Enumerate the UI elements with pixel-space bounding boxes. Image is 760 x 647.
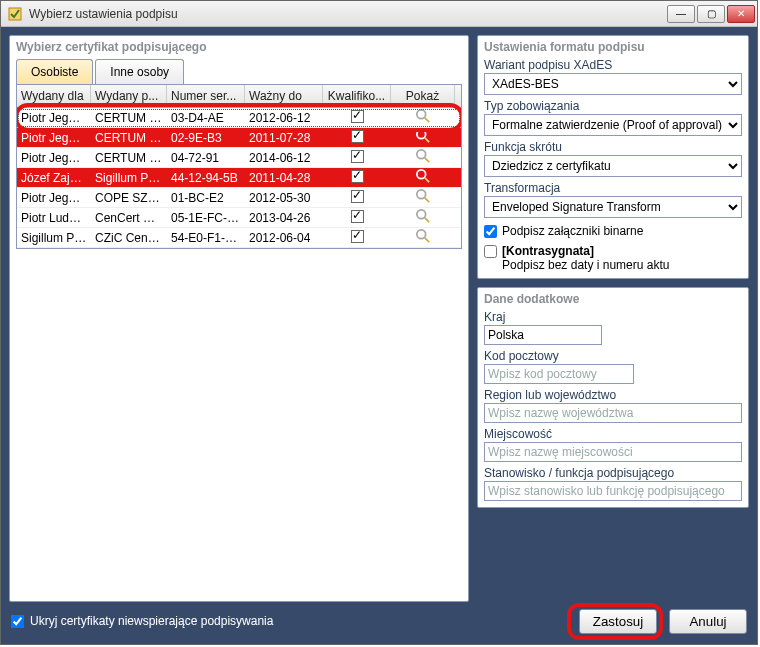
apply-highlight: Zastosuj (567, 603, 663, 640)
sign-binary-label: Podpisz załączniki binarne (502, 224, 643, 238)
col-show[interactable]: Pokaż (391, 85, 455, 107)
qualified-check-icon (351, 210, 364, 223)
dialog-window: Wybierz ustawienia podpisu — ▢ ✕ Wybierz… (0, 0, 758, 645)
footer: Ukryj certyfikaty niewspierające podpisy… (9, 602, 749, 636)
hide-unsupported-checkbox[interactable] (11, 615, 24, 628)
table-row[interactable]: Piotr Jegor...CERTUM QCA03-D4-AE2012-06-… (17, 108, 461, 128)
commitment-select[interactable]: Formalne zatwierdzenie (Proof of approva… (484, 114, 742, 136)
country-field[interactable] (484, 325, 602, 345)
postal-field[interactable] (484, 364, 634, 384)
svg-line-6 (425, 158, 429, 162)
maximize-button[interactable]: ▢ (697, 5, 725, 23)
certificate-tabs: Osobiste Inne osoby (16, 59, 462, 84)
postal-label: Kod pocztowy (484, 349, 742, 363)
minimize-button[interactable]: — (667, 5, 695, 23)
app-icon (7, 6, 23, 22)
countersign-desc: Podpisz bez daty i numeru aktu (502, 258, 669, 272)
sign-binary-checkbox[interactable] (484, 225, 497, 238)
additional-data-panel: Dane dodatkowe Kraj Kod pocztowy Region … (477, 287, 749, 508)
transform-label: Transformacja (484, 181, 742, 195)
tab-personal[interactable]: Osobiste (16, 59, 93, 84)
format-settings-panel: Ustawienia formatu podpisu Wariant podpi… (477, 35, 749, 279)
apply-button[interactable]: Zastosuj (579, 609, 657, 634)
svg-line-10 (425, 198, 429, 202)
city-label: Miejscowość (484, 427, 742, 441)
col-serial[interactable]: Numer ser... (167, 85, 245, 107)
table-header-row: Wydany dla Wydany p... Numer ser... Ważn… (17, 85, 461, 108)
position-label: Stanowisko / funkcja podpisującego (484, 466, 742, 480)
format-title: Ustawienia formatu podpisu (484, 40, 742, 54)
svg-point-3 (417, 130, 426, 139)
svg-point-1 (417, 110, 426, 119)
qualified-check-icon (351, 170, 364, 183)
position-field[interactable] (484, 481, 742, 501)
table-row[interactable]: Piotr JegorowCERTUM QCA02-9E-B32011-07-2… (17, 128, 461, 148)
magnifier-icon[interactable] (416, 189, 430, 203)
svg-point-7 (417, 170, 426, 179)
qualified-check-icon (351, 230, 364, 243)
qualified-check-icon (351, 150, 364, 163)
qualified-check-icon (351, 110, 364, 123)
magnifier-icon[interactable] (416, 209, 430, 223)
region-field[interactable] (484, 403, 742, 423)
titlebar: Wybierz ustawienia podpisu — ▢ ✕ (1, 1, 757, 27)
close-button[interactable]: ✕ (727, 5, 755, 23)
city-field[interactable] (484, 442, 742, 462)
certificate-panel: Wybierz certyfikat podpisującego Osobist… (9, 35, 469, 602)
additional-title: Dane dodatkowe (484, 292, 742, 306)
svg-point-13 (417, 230, 426, 239)
table-row[interactable]: Piotr JegorowCOPE SZAF...01-BC-E22012-05… (17, 188, 461, 208)
qualified-check-icon (351, 130, 364, 143)
col-issued-by[interactable]: Wydany p... (91, 85, 167, 107)
window-body: Wybierz certyfikat podpisującego Osobist… (1, 27, 757, 644)
variant-select[interactable]: XAdES-BES (484, 73, 742, 95)
svg-line-14 (425, 238, 429, 242)
magnifier-icon[interactable] (416, 169, 430, 183)
svg-point-11 (417, 210, 426, 219)
col-qualified[interactable]: Kwalifiko... (323, 85, 391, 107)
commitment-label: Typ zobowiązania (484, 99, 742, 113)
transform-select[interactable]: Enveloped Signature Transform (484, 196, 742, 218)
table-row[interactable]: Sigillum PC...CZiC Centr...54-E0-F1-B...… (17, 228, 461, 248)
table-row[interactable]: Józef Zajko...Sigillum PC...44-12-94-5B2… (17, 168, 461, 188)
svg-point-5 (417, 150, 426, 159)
svg-line-12 (425, 218, 429, 222)
magnifier-icon[interactable] (416, 149, 430, 163)
hash-select[interactable]: Dziedzicz z certyfikatu (484, 155, 742, 177)
magnifier-icon[interactable] (416, 229, 430, 243)
magnifier-icon[interactable] (416, 129, 430, 143)
country-label: Kraj (484, 310, 742, 324)
tab-others[interactable]: Inne osoby (95, 59, 184, 84)
certificate-panel-title: Wybierz certyfikat podpisującego (16, 40, 462, 54)
svg-line-4 (425, 138, 429, 142)
window-title: Wybierz ustawienia podpisu (29, 7, 665, 21)
svg-point-9 (417, 190, 426, 199)
table-row[interactable]: Piotr Ludom...CenCert Ce...05-1E-FC-C...… (17, 208, 461, 228)
cancel-button[interactable]: Anuluj (669, 609, 747, 634)
countersign-label: [Kontrasygnata] (502, 244, 594, 258)
svg-line-2 (425, 118, 429, 122)
variant-label: Wariant podpisu XAdES (484, 58, 742, 72)
hash-label: Funkcja skrótu (484, 140, 742, 154)
col-issued-for[interactable]: Wydany dla (17, 85, 91, 107)
countersign-checkbox[interactable] (484, 245, 497, 258)
svg-line-8 (425, 178, 429, 182)
col-valid-until[interactable]: Ważny do (245, 85, 323, 107)
table-row[interactable]: Piotr Jegor...CERTUM QCA04-72-912014-06-… (17, 148, 461, 168)
magnifier-icon[interactable] (416, 109, 430, 123)
table-body: Piotr Jegor...CERTUM QCA03-D4-AE2012-06-… (17, 108, 461, 248)
region-label: Region lub województwo (484, 388, 742, 402)
certificate-table: Wydany dla Wydany p... Numer ser... Ważn… (16, 84, 462, 249)
qualified-check-icon (351, 190, 364, 203)
hide-unsupported-label: Ukryj certyfikaty niewspierające podpisy… (30, 614, 273, 628)
